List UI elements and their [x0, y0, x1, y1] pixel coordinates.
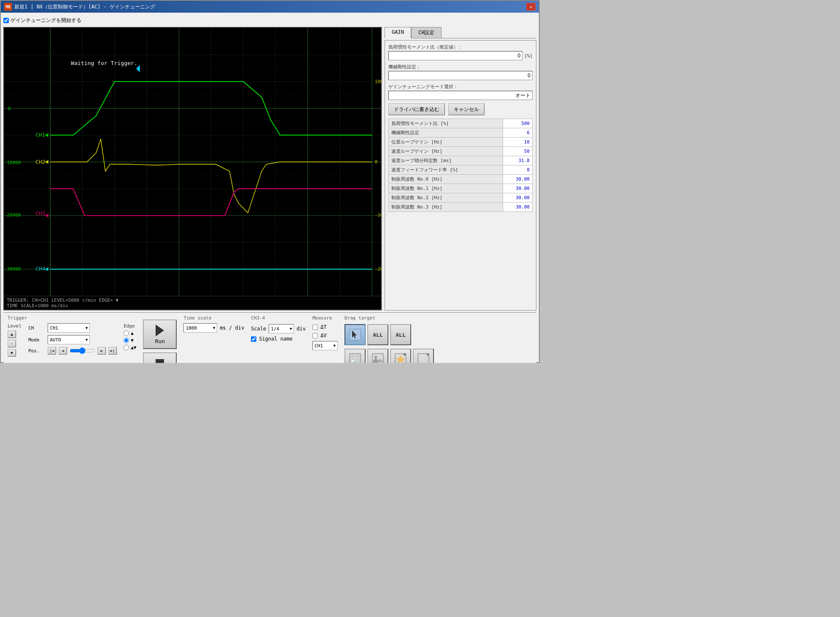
inertia-row: 負荷慣性モーメント比（推定値）： [%] — [388, 44, 533, 60]
table-row: 制振周波数 No.2 [Hz] 30.00 — [389, 193, 533, 203]
edge-up-item: ▲ — [124, 330, 136, 336]
run-label: Run — [155, 338, 165, 344]
table-cell-value: 10 — [503, 138, 533, 147]
cursor-icon — [349, 328, 361, 341]
trigger-inner: Level ▲ - ▼ CH CH1 ▼ — [8, 323, 136, 357]
pos-slider[interactable] — [70, 347, 95, 354]
svg-rect-51 — [355, 355, 360, 358]
measure-section: Measure ΔT ΔV CH1 ▼ — [312, 315, 338, 350]
run-btn[interactable]: Run — [143, 319, 177, 349]
table-cell-label: 負荷慣性モーメント比 [%] — [389, 119, 503, 128]
measure-ch-combo[interactable]: CH1 ▼ — [312, 341, 338, 350]
trigger-section-title: Trigger — [8, 315, 136, 321]
drag-all-btn1[interactable]: ALL — [367, 324, 388, 345]
tab-ch-settings[interactable]: CH設定 — [411, 27, 442, 38]
ch-combo[interactable]: CH1 ▼ — [48, 323, 90, 333]
ch34-section: CH3-4 Scale 1/4 ▼ div Signal name — [251, 315, 306, 342]
level-mid-btn[interactable]: - — [8, 340, 16, 347]
time-scale-title: Time scale — [183, 315, 244, 321]
inertia-label: 負荷慣性モーメント比（推定値）： — [388, 44, 533, 50]
table-cell-value: 0 — [503, 165, 533, 175]
edge-both-label: ▲▼ — [131, 345, 136, 350]
tuning-mode-input[interactable] — [388, 91, 533, 100]
table-row: 制振周波数 No.3 [Hz] 30.00 — [389, 203, 533, 212]
drag-cursor-btn[interactable] — [345, 324, 366, 345]
table-row: 速度フィードフォワード率 [%] 0 — [389, 165, 533, 175]
svg-text:-10000: -10000 — [4, 160, 21, 165]
right-panel: GAIN CH設定 負荷慣性モーメント比（推定値）： [%] 機械剛性設定： — [385, 27, 536, 311]
gain-tuning-checkbox-label[interactable]: ゲインチューニングを開始する — [3, 17, 81, 24]
svg-rect-53 — [355, 359, 360, 362]
scope-info: TRIGGER: CH=CH1 LEVEL=5000 r/min EDGE= ▼… — [4, 296, 381, 310]
svg-text:-10000: -10000 — [375, 212, 381, 218]
trigger-mode-row: Mode AUTO ▼ — [28, 335, 117, 344]
table-cell-value: 30.00 — [503, 184, 533, 193]
run-stop-section: Run Stop — [143, 315, 177, 363]
ch34-title: CH3-4 — [251, 315, 306, 321]
inertia-input[interactable] — [388, 51, 522, 60]
ch1-label: CH1 — [35, 132, 46, 138]
mode-combo-arrow: ▼ — [86, 338, 88, 342]
time-scale-info: TIME SCALE=1000 ms/div — [7, 303, 379, 308]
title-bar: MR 新規1 | NX（位置制御モード）[AC] - ゲインチューニング ✕ — [1, 1, 539, 13]
time-unit-label: ms / div — [220, 325, 244, 331]
bottom-area: Trigger Level ▲ - ▼ CH — [3, 312, 536, 363]
level-label: Level — [8, 323, 22, 329]
gain-tuning-checkbox[interactable] — [3, 18, 9, 23]
table-row: 機械剛性設定 6 — [389, 128, 533, 138]
main-content: ゲインチューニングを開始する — [1, 13, 539, 363]
close-button[interactable]: ✕ — [526, 3, 536, 11]
edge-both-item: ▲▼ — [124, 345, 136, 350]
rigidity-input[interactable] — [388, 71, 533, 80]
svg-text:0: 0 — [8, 106, 11, 111]
export-save-btn[interactable] — [413, 349, 434, 363]
delta-t-row: ΔT — [312, 324, 338, 330]
table-cell-label: 速度ループ積分時定数 [ms] — [389, 156, 503, 165]
export-table-icon: 📊 — [349, 353, 361, 363]
table-cell-value: 6 — [503, 128, 533, 138]
export-star-btn[interactable] — [390, 349, 411, 363]
edge-down-item: ▼ — [124, 338, 136, 343]
pos-left-btn[interactable]: |◄ — [48, 347, 56, 355]
delta-t-checkbox[interactable] — [312, 325, 318, 330]
table-row: 速度ループゲイン [Hz] 50 — [389, 147, 533, 156]
scope-svg: Waiting for Trigger. CH1 — [4, 28, 381, 296]
signal-name-checkbox[interactable] — [251, 336, 256, 342]
export-image-btn[interactable] — [367, 349, 388, 363]
table-row: 制振周波数 No.0 [Hz] 30.00 — [389, 175, 533, 184]
scale-combo[interactable]: 1/4 ▼ — [269, 324, 294, 333]
drag-all-btn2[interactable]: ALL — [390, 324, 411, 345]
scope-status-text: Waiting for Trigger. — [71, 60, 137, 66]
edge-both-radio[interactable] — [124, 345, 129, 350]
time-scale-combo[interactable]: 1000 ▼ — [183, 323, 217, 333]
gain-tuning-label: ゲインチューニングを開始する — [11, 17, 81, 24]
tuning-mode-input-row — [388, 91, 533, 100]
table-cell-label: 速度ループゲイン [Hz] — [389, 147, 503, 156]
tab-gain[interactable]: GAIN — [385, 27, 411, 38]
write-btn[interactable]: ドライバに書き込む — [388, 103, 445, 115]
top-bar: ゲインチューニングを開始する — [3, 15, 536, 25]
pos-prev-btn[interactable]: ◄ — [59, 347, 67, 355]
pos-next-btn[interactable]: ► — [97, 347, 106, 355]
pos-right-btn[interactable]: ►| — [108, 347, 117, 355]
export-table-btn[interactable]: 📊 — [345, 349, 366, 363]
mode-combo-value: AUTO — [50, 337, 61, 343]
stop-icon — [156, 359, 164, 363]
signal-name-row: Signal name — [251, 336, 306, 342]
cancel-btn[interactable]: キャンセル — [448, 103, 485, 115]
edge-down-radio[interactable] — [124, 338, 129, 343]
mode-combo[interactable]: AUTO ▼ — [48, 335, 90, 344]
edge-col: Edge ▲ ▼ ▲▼ — [124, 323, 136, 357]
table-row: 位置ループゲイン [Hz] 10 — [389, 138, 533, 147]
table-cell-label: 制振周波数 No.3 [Hz] — [389, 203, 503, 212]
svg-text:📊: 📊 — [351, 360, 355, 363]
stop-btn[interactable]: Stop — [143, 352, 177, 363]
table-cell-label: 速度フィードフォワード率 [%] — [389, 165, 503, 175]
edge-up-radio[interactable] — [124, 330, 129, 336]
edge-label: Edge — [124, 323, 136, 329]
level-up-btn[interactable]: ▲ — [8, 330, 16, 338]
level-down-btn[interactable]: ▼ — [8, 349, 16, 357]
table-cell-value: 30.00 — [503, 203, 533, 212]
delta-v-checkbox[interactable] — [312, 333, 318, 338]
run-icon — [156, 325, 164, 336]
